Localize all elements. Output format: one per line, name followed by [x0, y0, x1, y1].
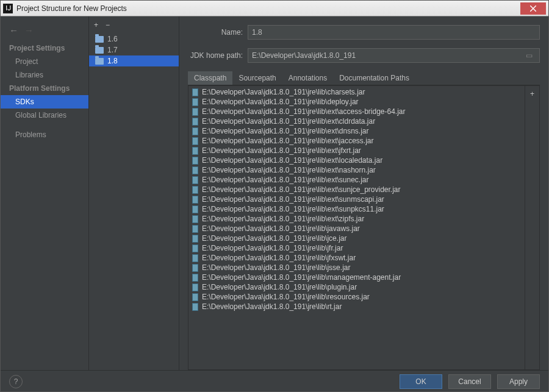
- jar-icon: [192, 127, 198, 135]
- classpath-row[interactable]: E:\Developer\Java\jdk1.8.0_191\jre\lib\e…: [188, 107, 525, 116]
- jar-icon: [192, 225, 198, 233]
- sdk-item[interactable]: 1.6: [89, 34, 179, 45]
- ok-button[interactable]: OK: [400, 374, 442, 389]
- classpath-row[interactable]: E:\Developer\Java\jdk1.8.0_191\jre\lib\e…: [188, 185, 525, 194]
- jar-icon: [192, 303, 198, 311]
- classpath-row[interactable]: E:\Developer\Java\jdk1.8.0_191\jre\lib\e…: [188, 146, 525, 155]
- remove-sdk-icon[interactable]: −: [106, 21, 110, 29]
- sidebar-item-libraries[interactable]: Libraries: [1, 68, 88, 82]
- jar-icon: [192, 244, 198, 252]
- classpath-row[interactable]: E:\Developer\Java\jdk1.8.0_191\jre\lib\j…: [188, 253, 525, 263]
- name-label: Name:: [188, 28, 243, 37]
- classpath-path: E:\Developer\Java\jdk1.8.0_191\jre\lib\e…: [202, 107, 406, 116]
- tab-annotations[interactable]: Annotations: [282, 71, 333, 85]
- jar-icon: [192, 108, 198, 116]
- classpath-row[interactable]: E:\Developer\Java\jdk1.8.0_191\jre\lib\e…: [188, 126, 525, 136]
- classpath-path: E:\Developer\Java\jdk1.8.0_191\jre\lib\j…: [202, 234, 346, 243]
- window-title: Project Structure for New Projects: [16, 4, 520, 13]
- folder-icon: [95, 36, 104, 43]
- classpath-row[interactable]: E:\Developer\Java\jdk1.8.0_191\jre\lib\e…: [188, 136, 525, 146]
- classpath-path: E:\Developer\Java\jdk1.8.0_191\jre\lib\e…: [202, 117, 375, 126]
- home-path-label: JDK home path:: [188, 51, 243, 60]
- cancel-button[interactable]: Cancel: [448, 374, 491, 389]
- sdk-item[interactable]: 1.7: [89, 45, 179, 55]
- sdk-label: 1.6: [107, 35, 118, 43]
- help-button[interactable]: ?: [9, 375, 23, 388]
- jar-icon: [192, 88, 198, 96]
- nav-toolbar: ← →: [1, 24, 88, 41]
- sdk-panel: + − 1.61.71.8: [89, 16, 179, 370]
- jar-icon: [192, 283, 198, 291]
- classpath-row[interactable]: E:\Developer\Java\jdk1.8.0_191\jre\lib\e…: [188, 204, 525, 214]
- sidebar-item-sdks[interactable]: SDKs: [1, 95, 88, 109]
- tab-sourcepath[interactable]: Sourcepath: [232, 71, 282, 85]
- folder-icon: [95, 58, 104, 65]
- home-path-input[interactable]: E:\Developer\Java\jdk1.8.0_191 ▭: [248, 48, 540, 63]
- sdk-item[interactable]: 1.8: [89, 55, 179, 66]
- browse-folder-icon[interactable]: ▭: [522, 51, 536, 60]
- classpath-row[interactable]: E:\Developer\Java\jdk1.8.0_191\jre\lib\j…: [188, 263, 525, 273]
- add-classpath-icon[interactable]: +: [530, 90, 534, 98]
- classpath-row[interactable]: E:\Developer\Java\jdk1.8.0_191\jre\lib\e…: [188, 116, 525, 126]
- svg-text:IJ: IJ: [5, 5, 11, 12]
- classpath-row[interactable]: E:\Developer\Java\jdk1.8.0_191\jre\lib\r…: [188, 292, 525, 302]
- classpath-row[interactable]: E:\Developer\Java\jdk1.8.0_191\jre\lib\j…: [188, 243, 525, 253]
- name-input[interactable]: 1.8: [248, 25, 540, 40]
- classpath-path: E:\Developer\Java\jdk1.8.0_191\jre\lib\j…: [202, 263, 350, 272]
- sdk-label: 1.8: [107, 57, 118, 65]
- sdk-label: 1.7: [107, 46, 118, 54]
- jar-icon: [192, 205, 198, 213]
- sidebar: ← → Project Settings Project Libraries P…: [1, 16, 89, 370]
- classpath-row[interactable]: E:\Developer\Java\jdk1.8.0_191\jre\lib\e…: [188, 155, 525, 165]
- classpath-path: E:\Developer\Java\jdk1.8.0_191\jre\lib\j…: [202, 254, 356, 262]
- apply-button[interactable]: Apply: [497, 374, 540, 389]
- classpath-path: E:\Developer\Java\jdk1.8.0_191\jre\lib\j…: [202, 224, 360, 233]
- classpath-path: E:\Developer\Java\jdk1.8.0_191\jre\lib\j…: [202, 244, 343, 252]
- jar-icon: [192, 235, 198, 243]
- classpath-path: E:\Developer\Java\jdk1.8.0_191\jre\lib\p…: [202, 283, 357, 291]
- sdk-list: 1.61.71.8: [89, 34, 179, 66]
- tab-documentation-paths[interactable]: Documentation Paths: [333, 71, 415, 85]
- sidebar-item-problems[interactable]: Problems: [1, 128, 88, 141]
- classpath-row[interactable]: E:\Developer\Java\jdk1.8.0_191\jre\lib\m…: [188, 273, 525, 282]
- close-button[interactable]: [520, 2, 546, 15]
- classpath-path: E:\Developer\Java\jdk1.8.0_191\jre\lib\e…: [202, 205, 384, 213]
- classpath-row[interactable]: E:\Developer\Java\jdk1.8.0_191\jre\lib\e…: [188, 165, 525, 175]
- classpath-row[interactable]: E:\Developer\Java\jdk1.8.0_191\jre\lib\c…: [188, 87, 525, 97]
- classpath-path: E:\Developer\Java\jdk1.8.0_191\jre\lib\r…: [202, 302, 342, 311]
- classpath-path: E:\Developer\Java\jdk1.8.0_191\jre\lib\e…: [202, 195, 384, 204]
- sidebar-heading-platform: Platform Settings: [1, 82, 88, 95]
- tab-bar: ClasspathSourcepathAnnotationsDocumentat…: [188, 71, 540, 85]
- classpath-path: E:\Developer\Java\jdk1.8.0_191\jre\lib\e…: [202, 156, 382, 165]
- footer: ? OK Cancel Apply: [1, 370, 548, 392]
- classpath-path: E:\Developer\Java\jdk1.8.0_191\jre\lib\e…: [202, 137, 373, 145]
- back-arrow-icon[interactable]: ←: [9, 25, 18, 35]
- classpath-row[interactable]: E:\Developer\Java\jdk1.8.0_191\jre\lib\j…: [188, 233, 525, 243]
- classpath-row[interactable]: E:\Developer\Java\jdk1.8.0_191\jre\lib\p…: [188, 282, 525, 292]
- classpath-path: E:\Developer\Java\jdk1.8.0_191\jre\lib\c…: [202, 88, 365, 96]
- main-panel: Name: 1.8 JDK home path: E:\Developer\Ja…: [179, 16, 548, 370]
- jar-icon: [192, 98, 198, 106]
- jar-icon: [192, 147, 198, 155]
- classpath-path: E:\Developer\Java\jdk1.8.0_191\jre\lib\d…: [202, 98, 359, 106]
- jar-icon: [192, 118, 198, 126]
- classpath-row[interactable]: E:\Developer\Java\jdk1.8.0_191\jre\lib\r…: [188, 302, 525, 312]
- classpath-row[interactable]: E:\Developer\Java\jdk1.8.0_191\jre\lib\d…: [188, 97, 525, 107]
- jar-icon: [192, 215, 198, 223]
- add-sdk-icon[interactable]: +: [94, 21, 98, 29]
- sdk-toolbar: + −: [89, 16, 179, 34]
- classpath-path: E:\Developer\Java\jdk1.8.0_191\jre\lib\e…: [202, 146, 361, 155]
- classpath-row[interactable]: E:\Developer\Java\jdk1.8.0_191\jre\lib\e…: [188, 175, 525, 185]
- jar-icon: [192, 186, 198, 194]
- classpath-row[interactable]: E:\Developer\Java\jdk1.8.0_191\jre\lib\e…: [188, 194, 525, 204]
- classpath-path: E:\Developer\Java\jdk1.8.0_191\jre\lib\e…: [202, 215, 364, 223]
- sidebar-item-global-libraries[interactable]: Global Libraries: [1, 109, 88, 122]
- classpath-row[interactable]: E:\Developer\Java\jdk1.8.0_191\jre\lib\e…: [188, 214, 525, 224]
- classpath-row[interactable]: E:\Developer\Java\jdk1.8.0_191\jre\lib\j…: [188, 224, 525, 233]
- tab-classpath[interactable]: Classpath: [188, 71, 232, 85]
- sidebar-item-project[interactable]: Project: [1, 55, 88, 68]
- forward-arrow-icon: →: [24, 25, 34, 35]
- classpath-list[interactable]: E:\Developer\Java\jdk1.8.0_191\jre\lib\c…: [188, 86, 525, 369]
- jar-icon: [192, 274, 198, 282]
- classpath-path: E:\Developer\Java\jdk1.8.0_191\jre\lib\r…: [202, 293, 370, 301]
